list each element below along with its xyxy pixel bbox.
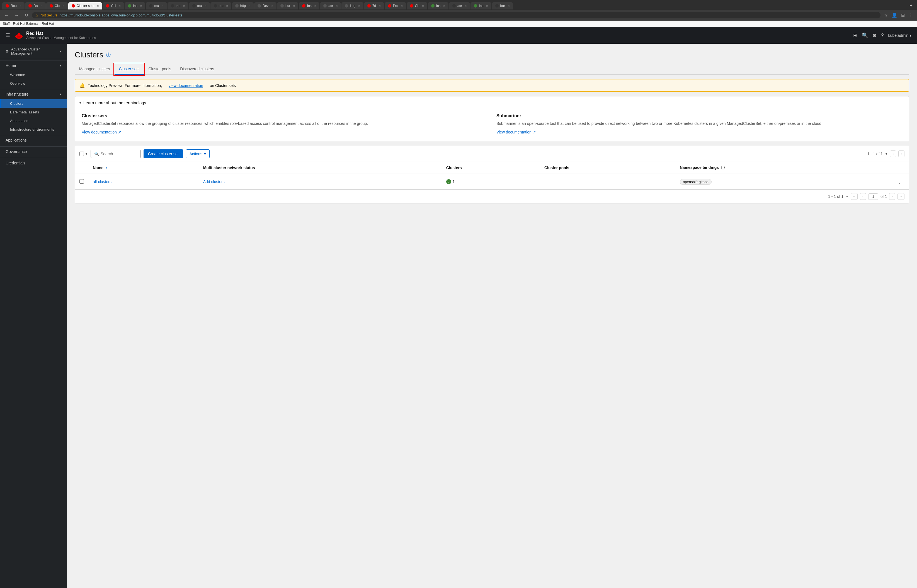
th-checkbox	[75, 162, 88, 174]
browser-tab-18[interactable]: Ch×	[407, 2, 427, 10]
select-all-checkbox[interactable]	[79, 152, 84, 156]
next-page-button[interactable]: ›	[898, 150, 904, 157]
browser-tab-0[interactable]: Rou×	[2, 2, 24, 10]
cluster-sets-doc-link[interactable]: View documentation ↗	[82, 130, 121, 134]
th-namespace-bindings: Namespace bindings ⓘ	[675, 162, 891, 174]
browser-tab-4[interactable]: Chi×	[103, 2, 124, 10]
browser-tab-1[interactable]: Da×	[25, 2, 46, 10]
tab-discovered-clusters[interactable]: Discovered clusters	[176, 64, 218, 75]
sidebar-item-bare-metal[interactable]: Bare metal assets	[0, 108, 67, 116]
sidebar-item-applications[interactable]: Applications	[0, 135, 67, 145]
search-icon: 🔍	[94, 152, 99, 156]
profile-icon[interactable]: 👤	[891, 11, 898, 19]
page-number-input[interactable]	[868, 194, 878, 200]
row-cluster-pools-cell: -	[540, 174, 675, 189]
sidebar-item-home[interactable]: Home ▾	[0, 60, 67, 71]
menu-icon[interactable]: ⋮	[907, 11, 914, 19]
actions-dropdown-icon: ▾	[204, 152, 206, 156]
page-help-icon[interactable]: ⓘ	[106, 52, 111, 58]
tab-managed-clusters[interactable]: Managed clusters	[75, 64, 115, 75]
browser-tab-14[interactable]: acr×	[320, 2, 341, 10]
footer-first-page-btn[interactable]: «	[851, 193, 857, 200]
browser-tab-12[interactable]: bur×	[277, 2, 298, 10]
sidebar-context[interactable]: ⚙ Advanced Cluster Management ▾	[0, 44, 67, 59]
new-tab-button[interactable]: +	[907, 2, 915, 10]
sidebar-item-infrastructure[interactable]: Infrastructure ▾	[0, 89, 67, 99]
context-label: Advanced Cluster Management	[11, 47, 57, 55]
submariner-doc-link[interactable]: View documentation ↗	[496, 130, 536, 134]
th-name[interactable]: Name ↑	[88, 162, 199, 174]
select-all-area[interactable]: ▾	[79, 151, 88, 156]
page-tabs: Managed clusters Cluster sets Cluster po…	[75, 64, 909, 75]
search-input[interactable]	[101, 152, 134, 156]
infrastructure-chevron-icon: ▾	[60, 92, 61, 96]
help-nav-icon[interactable]: ?	[881, 32, 884, 39]
alert-suffix-text: on Cluster sets	[210, 83, 236, 88]
browser-tab-15[interactable]: Log×	[341, 2, 363, 10]
browser-tab-3[interactable]: Cluster sets×	[68, 2, 102, 10]
tab-cluster-sets[interactable]: Cluster sets	[115, 64, 144, 75]
select-dropdown-button[interactable]: ▾	[85, 151, 88, 156]
bookmark-redhat-external[interactable]: Red Hat External	[13, 22, 38, 26]
row-kebab-menu[interactable]: ⋮	[895, 178, 904, 186]
expand-chevron-icon: ▾	[79, 101, 81, 105]
bookmark-redhat[interactable]: Red Hat	[42, 22, 54, 26]
sidebar-item-automation[interactable]: Automation	[0, 116, 67, 125]
hamburger-button[interactable]: ☰	[6, 32, 10, 39]
browser-tab-11[interactable]: Dev×	[254, 2, 276, 10]
browser-tab-17[interactable]: Pro×	[385, 2, 406, 10]
sidebar-item-welcome[interactable]: Welcome	[0, 71, 67, 79]
terminology-header[interactable]: ▾ Learn more about the terminology	[75, 97, 909, 109]
th-namespace-help-icon[interactable]: ⓘ	[721, 166, 725, 170]
url-display[interactable]: https://multicloud-console.apps.iowa.bur…	[60, 13, 182, 17]
footer-pagination-dropdown[interactable]: ▾	[846, 194, 848, 199]
browser-tab-13[interactable]: Ins×	[299, 2, 320, 10]
apps-grid-icon[interactable]: ⊞	[853, 32, 857, 39]
search-box[interactable]: 🔍	[90, 150, 141, 158]
create-cluster-set-button[interactable]: Create cluster set	[144, 149, 183, 158]
browser-tab-5[interactable]: Ins×	[124, 2, 145, 10]
pagination-dropdown-button[interactable]: ▾	[885, 151, 888, 156]
row-checkbox-cell[interactable]	[75, 174, 88, 189]
browser-tab-8[interactable]: mu×	[189, 2, 210, 10]
browser-tab-7[interactable]: mu×	[168, 2, 189, 10]
brand-subtitle: Advanced Cluster Management for Kubernet…	[26, 36, 96, 40]
back-button[interactable]: ←	[3, 12, 11, 19]
actions-button[interactable]: Actions ▾	[186, 149, 210, 158]
browser-tab-10[interactable]: http×	[232, 2, 253, 10]
sidebar-item-governance[interactable]: Governance	[0, 146, 67, 157]
browser-tab-20[interactable]: acr×	[449, 2, 470, 10]
prev-page-button[interactable]: ‹	[890, 150, 896, 157]
browser-tab-22[interactable]: bur×	[492, 2, 513, 10]
forward-button[interactable]: →	[13, 12, 21, 19]
sidebar-item-overview[interactable]: Overview	[0, 79, 67, 88]
search-nav-icon[interactable]: 🔍	[862, 32, 868, 39]
browser-tab-21[interactable]: Ins×	[470, 2, 491, 10]
browser-tab-6[interactable]: mu×	[146, 2, 167, 10]
cluster-set-link[interactable]: all-clusters	[93, 179, 111, 184]
status-green-dot: ✓	[446, 179, 451, 184]
sidebar-item-infrastructure-envs[interactable]: Infrastructure environments	[0, 125, 67, 134]
row-checkbox[interactable]	[79, 179, 84, 184]
browser-tab-9[interactable]: mu×	[210, 2, 231, 10]
bookmark-stuff[interactable]: Stuff	[3, 22, 10, 26]
user-menu[interactable]: kube:admin ▾	[888, 33, 911, 38]
reload-button[interactable]: ↻	[23, 11, 30, 19]
address-bar[interactable]: ⚠ Not Secure https://multicloud-console.…	[32, 12, 880, 18]
footer-next-page-btn[interactable]: ›	[889, 193, 895, 200]
footer-last-page-btn[interactable]: »	[898, 193, 904, 200]
alert-documentation-link[interactable]: view documentation	[169, 83, 203, 88]
sidebar-item-credentials[interactable]: Credentials	[0, 158, 67, 168]
bookmark-icon[interactable]: ☆	[883, 11, 889, 19]
plus-circle-icon[interactable]: ⊕	[872, 32, 877, 39]
add-clusters-link[interactable]: Add clusters	[203, 179, 224, 184]
browser-tab-16[interactable]: 7d×	[364, 2, 384, 10]
top-nav-right: ⊞ 🔍 ⊕ ? kube:admin ▾	[853, 32, 911, 39]
browser-tab-2[interactable]: Clu×	[46, 2, 68, 10]
tab-cluster-pools[interactable]: Cluster pools	[144, 64, 176, 75]
sidebar-item-clusters[interactable]: Clusters	[0, 99, 67, 108]
extensions-icon[interactable]: ⊞	[900, 11, 906, 19]
footer-prev-page-btn[interactable]: ‹	[860, 193, 866, 200]
browser-tab-19[interactable]: Ins×	[428, 2, 449, 10]
row-actions-cell[interactable]: ⋮	[891, 174, 909, 189]
